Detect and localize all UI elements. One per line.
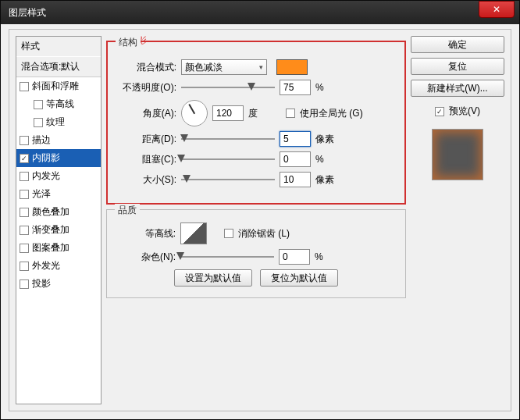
contour-label: 等高线: xyxy=(115,227,176,240)
antialias-label: 消除锯齿 (L) xyxy=(238,227,290,240)
choke-input[interactable] xyxy=(280,151,311,167)
contour-picker[interactable] xyxy=(180,222,207,244)
chevron-down-icon: ▾ xyxy=(259,63,263,71)
style-label: 斜面和浮雕 xyxy=(32,80,79,93)
global-light-label: 使用全局光 (G) xyxy=(300,107,363,120)
style-row[interactable]: 等高线 xyxy=(16,95,101,113)
style-row[interactable]: 内阴影 xyxy=(16,149,101,167)
distance-input[interactable] xyxy=(280,131,311,147)
noise-unit: % xyxy=(315,251,338,262)
style-checkbox[interactable] xyxy=(20,262,29,271)
set-default-button[interactable]: 设置为默认值 xyxy=(174,269,252,287)
quality-legend: 品质 xyxy=(115,204,140,217)
reset-default-button[interactable]: 复位为默认值 xyxy=(260,269,338,287)
cancel-button[interactable]: 复位 xyxy=(411,58,504,75)
style-checkbox[interactable] xyxy=(20,154,29,163)
antialias-checkbox[interactable] xyxy=(224,229,233,238)
angle-unit: 度 xyxy=(248,107,272,120)
style-label: 渐变叠加 xyxy=(32,223,69,237)
style-checkbox[interactable] xyxy=(20,136,29,145)
style-checkbox[interactable] xyxy=(34,118,43,127)
style-checkbox[interactable] xyxy=(20,208,29,217)
choke-label: 阻塞(C): xyxy=(116,153,176,166)
style-checkbox[interactable] xyxy=(20,226,29,235)
size-label: 大小(S): xyxy=(116,173,176,187)
distance-unit: 像素 xyxy=(315,133,339,146)
noise-input[interactable] xyxy=(279,249,310,265)
opacity-unit: % xyxy=(315,82,339,93)
opacity-slider[interactable] xyxy=(181,82,275,93)
size-slider[interactable] xyxy=(181,174,275,185)
noise-slider[interactable] xyxy=(180,251,274,262)
style-label: 描边 xyxy=(32,133,51,147)
titlebar: 图层样式 ✕ xyxy=(1,1,519,24)
angle-label: 角度(A): xyxy=(116,107,176,120)
style-row[interactable]: 纹理 xyxy=(16,113,101,131)
ok-button[interactable]: 确定 xyxy=(411,36,504,53)
style-label: 外发光 xyxy=(32,259,60,272)
size-unit: 像素 xyxy=(315,173,339,187)
style-row[interactable]: 描边 xyxy=(16,131,101,149)
styles-list: 样式 混合选项:默认 斜面和浮雕等高线纹理描边内阴影内发光光泽颜色叠加渐变叠加图… xyxy=(16,36,102,404)
right-panel: 确定 复位 新建样式(W)... 预览(V) xyxy=(411,36,504,404)
distance-label: 距离(D): xyxy=(116,133,176,146)
style-checkbox[interactable] xyxy=(20,244,29,253)
global-light-checkbox[interactable] xyxy=(286,109,295,118)
style-label: 内阴影 xyxy=(32,151,60,165)
preview-label: 预览(V) xyxy=(449,105,480,118)
styles-header[interactable]: 样式 xyxy=(16,37,101,57)
structure-legend: 结构 xyxy=(116,36,141,49)
distance-slider[interactable] xyxy=(181,133,275,144)
style-row[interactable]: 内发光 xyxy=(16,167,101,185)
style-label: 投影 xyxy=(32,277,51,290)
style-label: 等高线 xyxy=(46,98,74,111)
style-label: 颜色叠加 xyxy=(32,205,69,219)
style-label: 纹理 xyxy=(46,116,65,129)
style-row[interactable]: 斜面和浮雕 xyxy=(16,77,101,95)
style-checkbox[interactable] xyxy=(20,279,29,289)
noise-label: 杂色(N): xyxy=(115,251,176,264)
new-style-button[interactable]: 新建样式(W)... xyxy=(411,80,504,97)
style-row[interactable]: 图案叠加 xyxy=(16,239,101,257)
blend-mode-value: 颜色减淡 xyxy=(185,61,223,74)
style-checkbox[interactable] xyxy=(20,190,29,199)
style-label: 图案叠加 xyxy=(32,241,69,254)
style-checkbox[interactable] xyxy=(20,172,29,181)
style-row[interactable]: 光泽 xyxy=(16,185,101,203)
opacity-label: 不透明度(O): xyxy=(116,81,176,94)
blend-mode-label: 混合模式: xyxy=(116,61,176,74)
choke-slider[interactable] xyxy=(181,154,275,165)
angle-dial[interactable] xyxy=(181,100,208,126)
style-checkbox[interactable] xyxy=(20,82,29,91)
blend-options-row[interactable]: 混合选项:默认 xyxy=(16,57,101,77)
close-icon: ✕ xyxy=(493,4,500,15)
style-row[interactable]: 投影 xyxy=(16,275,101,293)
size-input[interactable] xyxy=(280,172,311,187)
color-swatch[interactable] xyxy=(276,59,308,75)
close-button[interactable]: ✕ xyxy=(479,1,515,18)
preview-thumbnail xyxy=(432,129,483,180)
blend-mode-combo[interactable]: 颜色减淡 ▾ xyxy=(181,59,267,75)
quality-group: 品质 等高线: 消除锯齿 (L) 杂色(N): % xyxy=(106,209,406,298)
style-row[interactable]: 渐变叠加 xyxy=(16,221,101,239)
choke-unit: % xyxy=(315,154,339,165)
effect-settings: 内阴影 结构 混合模式: 颜色减淡 ▾ 不透明度(O): xyxy=(106,36,406,404)
angle-input[interactable] xyxy=(212,105,244,121)
preview-checkbox[interactable] xyxy=(435,107,444,116)
style-checkbox[interactable] xyxy=(34,100,43,109)
structure-group: 结构 混合模式: 颜色减淡 ▾ 不透明度(O): % xyxy=(106,41,406,205)
style-row[interactable]: 外发光 xyxy=(16,257,101,275)
style-label: 内发光 xyxy=(32,169,60,183)
style-label: 光泽 xyxy=(32,187,51,201)
layer-style-dialog: 图层样式 ✕ 样式 混合选项:默认 斜面和浮雕等高线纹理描边内阴影内发光光泽颜色… xyxy=(0,0,520,420)
style-row[interactable]: 颜色叠加 xyxy=(16,203,101,221)
window-title: 图层样式 xyxy=(9,6,46,20)
dialog-body: 样式 混合选项:默认 斜面和浮雕等高线纹理描边内阴影内发光光泽颜色叠加渐变叠加图… xyxy=(9,29,511,411)
opacity-input[interactable] xyxy=(280,80,311,95)
